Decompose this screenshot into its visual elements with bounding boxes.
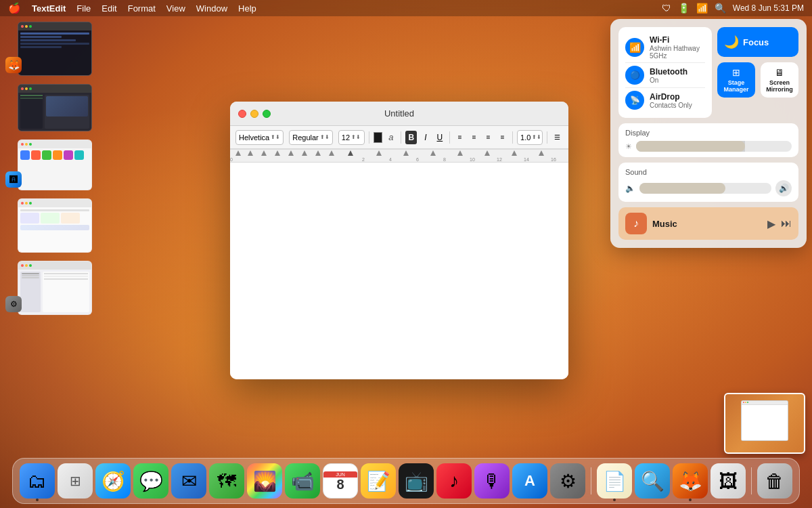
dock-item-preview[interactable]: 🖼 — [710, 463, 746, 499]
menu-help[interactable]: Help — [238, 3, 256, 14]
font-family-selector[interactable]: Helvetica ⬆⬇ — [235, 130, 284, 145]
stage-manager-thumb-1[interactable]: 🦊 — [5, 22, 93, 76]
align-center-btn[interactable]: ≡ — [468, 131, 480, 144]
launchpad-icon: ⊞ — [70, 473, 81, 489]
cc-network-section: 📶 Wi-Fi Ashwin Hathway 5GHz 🔵 Bluetooth … — [618, 27, 712, 118]
firefox-dot — [689, 499, 692, 501]
cc-sound-slider[interactable] — [639, 183, 771, 194]
underline-btn[interactable]: U — [434, 131, 445, 144]
svg-marker-5 — [288, 150, 294, 156]
battery-icon[interactable]: 🔋 — [678, 3, 690, 14]
justify-btn[interactable]: ≡ — [497, 131, 508, 144]
menu-format[interactable]: Format — [128, 3, 156, 14]
cc-display-slider[interactable] — [636, 141, 792, 152]
align-right-btn[interactable]: ≡ — [482, 131, 494, 144]
cc-sound-slider-row: 🔈 🔊 — [625, 180, 792, 196]
svg-text:0: 0 — [230, 157, 233, 162]
dock-item-music[interactable]: ♪ — [436, 463, 472, 499]
dock-item-podcasts[interactable]: 🎙 — [474, 463, 510, 499]
textedit-dot — [613, 499, 616, 501]
cc-focus-button[interactable]: 🌙 Focus — [717, 27, 798, 57]
maps-icon: 🗺 — [217, 470, 236, 492]
dock-item-finder[interactable]: 🗂 — [20, 463, 55, 499]
dock-item-launchpad[interactable]: ⊞ — [58, 463, 93, 499]
stage-manager-thumb-5[interactable]: ⚙ — [5, 261, 93, 315]
editor-area[interactable] — [230, 163, 568, 379]
wifi-icon: 📶 — [625, 38, 644, 57]
cc-bluetooth-item[interactable]: 🔵 Bluetooth On — [625, 63, 705, 88]
menu-view[interactable]: View — [166, 3, 185, 14]
minimize-button[interactable] — [250, 110, 258, 118]
notes-icon: 📝 — [367, 470, 390, 492]
cc-wifi-text: Wi-Fi Ashwin Hathway 5GHz — [650, 35, 705, 60]
stage-manager-thumb-2[interactable] — [5, 84, 93, 131]
shield-icon[interactable]: 🛡 — [662, 3, 671, 14]
wifi-icon[interactable]: 📶 — [696, 3, 708, 14]
cc-wifi-item[interactable]: 📶 Wi-Fi Ashwin Hathway 5GHz — [625, 33, 705, 63]
cc-stage-manager-button[interactable]: ⊞ Stage Manager — [717, 62, 755, 98]
cc-sound-output-button[interactable]: 🔊 — [775, 180, 792, 196]
svg-text:8: 8 — [443, 157, 446, 162]
dock-item-facetime[interactable]: 📹 — [285, 463, 320, 499]
bold-btn[interactable]: B — [405, 131, 417, 144]
dock-item-mail[interactable]: ✉ — [171, 463, 206, 499]
close-button[interactable] — [238, 110, 246, 118]
dock-item-proxyman[interactable]: 🔍 — [635, 463, 670, 499]
dock-item-textedit[interactable]: 📄 — [597, 463, 632, 499]
cc-right-col: 🌙 Focus ⊞ Stage Manager 🖥 Screen Mirrori… — [717, 27, 798, 118]
dock-item-appstore[interactable]: A — [512, 463, 547, 499]
menu-edit[interactable]: Edit — [102, 3, 116, 14]
italic-text-btn[interactable]: a — [385, 131, 397, 144]
menu-window[interactable]: Window — [196, 3, 227, 14]
dock-item-settings[interactable]: ⚙ — [550, 463, 585, 499]
date-time[interactable]: Wed 8 Jun 5:31 PM — [733, 3, 804, 13]
finder-icon: 🗂 — [28, 470, 47, 492]
cc-sound-title: Sound — [625, 168, 792, 176]
dock-item-photos[interactable]: 🌄 — [247, 463, 282, 499]
font-style-label: Regular — [292, 133, 319, 142]
stage-manager-icon: ⊞ — [732, 67, 740, 78]
stage-manager-thumb-3[interactable]: 🅰 — [5, 140, 93, 190]
volume-low-icon: 🔈 — [625, 184, 635, 193]
app-name[interactable]: TextEdit — [32, 3, 66, 14]
dock-item-firefox[interactable]: 🦊 — [673, 463, 708, 499]
ruler: 0 2 4 6 8 10 12 14 16 — [230, 149, 568, 163]
screenshot-thumbnail[interactable] — [724, 393, 805, 454]
font-style-selector[interactable]: Regular ⬆⬇ — [289, 130, 333, 145]
dock-item-messages[interactable]: 💬 — [133, 463, 168, 499]
dock-item-appletv[interactable]: 📺 — [399, 463, 434, 499]
dock-item-notes[interactable]: 📝 — [361, 463, 396, 499]
italic-btn[interactable]: I — [420, 131, 431, 144]
search-icon[interactable]: 🔍 — [715, 3, 726, 14]
font-family-label: Helvetica — [239, 133, 269, 142]
music-fast-forward-button[interactable]: ⏭ — [781, 217, 792, 230]
cc-wifi-label: Wi-Fi — [650, 35, 705, 45]
apple-menu[interactable]: 🍎 — [8, 2, 21, 14]
align-left-btn[interactable]: ≡ — [454, 131, 466, 144]
cc-airdrop-status: Contacts Only — [650, 102, 692, 109]
svg-text:16: 16 — [551, 157, 556, 162]
dock-item-calendar[interactable]: JUN 8 — [323, 463, 358, 499]
cc-bt-status: On — [650, 77, 687, 84]
cc-focus-label: Focus — [743, 37, 769, 47]
menu-file[interactable]: File — [76, 3, 91, 14]
font-size-arrow: ⬆⬇ — [351, 134, 361, 140]
svg-marker-9 — [348, 150, 353, 156]
font-size-selector[interactable]: 12 ⬆⬇ — [338, 130, 365, 145]
line-spacing-selector[interactable]: 1.0 ⬆⬇ — [517, 130, 543, 145]
color-swatch[interactable] — [374, 132, 383, 143]
left-panel: 🦊 — [0, 16, 95, 320]
music-play-button[interactable]: ▶ — [767, 217, 775, 230]
dock-item-maps[interactable]: 🗺 — [209, 463, 244, 499]
list-btn[interactable]: ☰ — [551, 131, 563, 144]
stage-manager-thumb-4[interactable] — [5, 198, 93, 253]
font-family-arrow: ⬆⬇ — [271, 134, 280, 140]
maximize-button[interactable] — [263, 110, 271, 118]
cc-airdrop-item[interactable]: 📡 AirDrop Contacts Only — [625, 88, 705, 112]
cc-screen-mirroring-button[interactable]: 🖥 Screen Mirroring — [761, 62, 798, 98]
svg-marker-2 — [248, 150, 253, 156]
dock-item-safari[interactable]: 🧭 — [95, 463, 131, 499]
toolbar-separator-1 — [369, 131, 369, 144]
toolbar-separator-2 — [401, 131, 401, 144]
dock-item-trash[interactable]: 🗑 — [757, 463, 792, 499]
